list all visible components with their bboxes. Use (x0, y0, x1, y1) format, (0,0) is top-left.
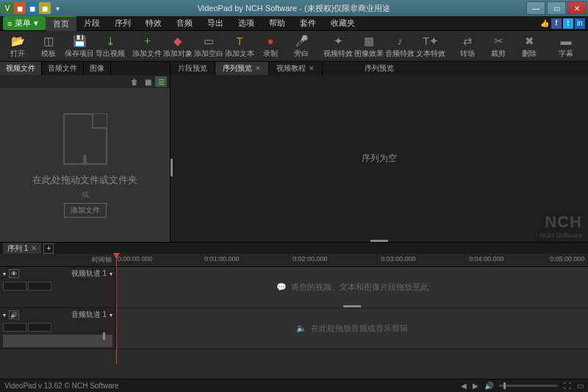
chevron-down-icon[interactable]: ▾ (3, 312, 6, 318)
record-button[interactable]: ●录制 (256, 32, 285, 60)
menu-audio[interactable]: 音频 (169, 16, 200, 30)
sequence-tab[interactable]: 序列 1 ✕ (3, 243, 41, 254)
menu-suite[interactable]: 套件 (293, 16, 323, 30)
close-icon[interactable]: ✕ (255, 65, 261, 72)
track-name: 视频轨道 1 (71, 268, 107, 279)
shapes-icon: ◆ (173, 34, 182, 49)
thumbsup-icon[interactable]: 👍 (539, 18, 550, 29)
speaker-icon: 🔈 (296, 324, 306, 333)
fx-slot[interactable] (3, 282, 26, 291)
media-tab-audio[interactable]: 音频文件 (42, 62, 84, 75)
preview-tab-clip[interactable]: 片段预览 (171, 62, 215, 75)
menu-home[interactable]: 首页 (46, 15, 76, 31)
media-tab-video[interactable]: 视频文件 (0, 62, 42, 75)
fx-slot[interactable] (3, 323, 26, 332)
blank-icon: ▭ (204, 34, 214, 49)
main-menu-button[interactable]: ≡ 菜单 ▾ (3, 16, 46, 30)
menu-export[interactable]: 导出 (200, 16, 231, 30)
ruler-ticks[interactable]: 0:00:00.000 0:01:00.000 0:02:00.000 0:03… (116, 254, 588, 266)
list-view-icon[interactable]: ☰ (155, 76, 167, 87)
speaker-icon[interactable]: 🔊 (484, 382, 493, 390)
template-button[interactable]: ◫模板 (34, 32, 63, 60)
app-icon: V (1, 2, 13, 14)
template-icon: ◫ (43, 34, 54, 49)
export-video-button[interactable]: ⤓导出视频 (96, 32, 125, 60)
subtitle-button[interactable]: ▬字幕 (551, 32, 581, 60)
save-icon: 💾 (73, 34, 87, 49)
image-fx-button[interactable]: ▦图像效果 (354, 32, 384, 60)
app-icon: ◼ (14, 2, 26, 14)
add-file-button[interactable]: ＋添加文件 (132, 32, 162, 60)
chevron-right-icon[interactable]: ▶ (473, 382, 478, 390)
audio-track-header: ▾ 🔊 音频轨道 1 ▾ (0, 308, 116, 349)
add-blank-button[interactable]: ▭添加空白 (194, 32, 223, 60)
menu-favorites[interactable]: 收藏夹 (323, 16, 362, 30)
linkedin-icon[interactable]: in (575, 18, 585, 29)
close-icon[interactable]: ✕ (31, 244, 37, 252)
twitter-icon[interactable]: t (563, 18, 573, 29)
playhead[interactable] (116, 254, 117, 364)
microphone-icon: 🎤 (295, 34, 309, 49)
menu-help[interactable]: 帮助 (262, 16, 293, 30)
chevron-down-icon[interactable]: ▾ (110, 271, 112, 277)
media-tab-image[interactable]: 图像 (84, 62, 111, 75)
minimize-button[interactable]: — (526, 1, 545, 15)
mute-toggle[interactable]: 🔊 (9, 310, 19, 319)
transition-button[interactable]: ⇄转场 (453, 32, 482, 60)
menu-clip[interactable]: 片段 (76, 16, 107, 30)
zoom-fit-icon[interactable]: ⛶ (564, 382, 571, 390)
preview-tab-sequence[interactable]: 序列预览✕ (215, 62, 269, 75)
visibility-toggle[interactable]: 👁 (9, 269, 19, 278)
chevron-left-icon[interactable]: ◀ (461, 382, 467, 390)
zoom-slider[interactable] (499, 385, 558, 387)
save-project-button[interactable]: 💾保存项目 (65, 32, 94, 60)
maximize-button[interactable]: ▭ (547, 1, 566, 15)
add-file-small-button[interactable]: 添加文件 (64, 203, 107, 218)
preview-tab-tutorial[interactable]: 视频教程✕ (269, 62, 323, 75)
subtitle-icon: ▬ (561, 34, 572, 49)
fx-slot[interactable] (28, 282, 51, 291)
tick: 0:04:00.000 (469, 255, 504, 263)
timeline-tracks: ▾ 👁 视频轨道 1 ▾ 💬 将您的视频、文本和图像片段拖放至此 ▾ 🔊 音频轨… (0, 267, 588, 349)
text-fx-button[interactable]: T✦文本特效 (416, 32, 445, 60)
chevron-down-icon[interactable]: ▾ (3, 271, 6, 277)
panel-resize-handle[interactable] (171, 159, 173, 177)
close-icon[interactable]: ✕ (309, 65, 315, 72)
add-sequence-button[interactable]: + (43, 243, 54, 254)
trash-icon[interactable]: 🗑 (129, 76, 140, 87)
menu-options[interactable]: 选项 (231, 16, 262, 30)
add-object-button[interactable]: ◆添加对象 (163, 32, 193, 60)
tick: 0:03:00.000 (381, 255, 416, 263)
chevron-down-icon[interactable]: ▾ (51, 2, 63, 14)
video-track-body[interactable]: 💬 将您的视频、文本和图像片段拖放至此 (116, 267, 588, 307)
add-text-button[interactable]: T添加文本 (225, 32, 254, 60)
trim-button[interactable]: ✂裁剪 (484, 32, 513, 60)
preview-title: 序列预览 (365, 63, 394, 74)
audio-fx-button[interactable]: ♪音频特效 (385, 32, 415, 60)
menu-effects[interactable]: 特效 (138, 16, 169, 30)
delete-button[interactable]: ✖删除 (514, 32, 544, 60)
panel-resize-handle[interactable] (370, 240, 388, 242)
menu-sequence[interactable]: 序列 (107, 16, 138, 30)
chevron-down-icon[interactable]: ▾ (110, 312, 112, 318)
volume-slider[interactable] (3, 335, 112, 347)
media-dropzone[interactable]: ⬇ 在此处拖动文件或文件夹 或 添加文件 (0, 88, 170, 242)
main-menu-label: 菜单 (15, 18, 31, 29)
open-button[interactable]: 📂打开 (3, 32, 32, 60)
storyboard-icon[interactable]: ▭ (577, 382, 584, 390)
ruler-label: 时间轴 (0, 255, 116, 265)
close-button[interactable]: ✕ (567, 1, 587, 15)
title-bar: V ◼ ◼ ◼ ▾ VideoPad by NCH Software - (未授… (0, 0, 588, 16)
audio-track-body[interactable]: 🔈 在此处拖放音频或音乐剪辑 (116, 308, 588, 349)
video-track-hint: 将您的视频、文本和图像片段拖放至此 (291, 282, 429, 293)
timeline-ruler[interactable]: 时间轴 0:00:00.000 0:01:00.000 0:02:00.000 … (0, 254, 588, 267)
file-drop-icon: ⬇ (63, 113, 107, 165)
audio-track: ▾ 🔊 音频轨道 1 ▾ 🔈 在此处拖放音频或音乐剪辑 (0, 308, 588, 349)
grid-view-icon[interactable]: ▦ (142, 76, 154, 87)
record-icon: ● (267, 34, 273, 49)
fx-slot[interactable] (28, 323, 51, 332)
video-fx-button[interactable]: ✦视频特效 (323, 32, 353, 60)
preview-empty-text: 序列为空 (362, 152, 397, 165)
facebook-icon[interactable]: f (551, 18, 562, 29)
narration-button[interactable]: 🎤旁白 (287, 32, 316, 60)
